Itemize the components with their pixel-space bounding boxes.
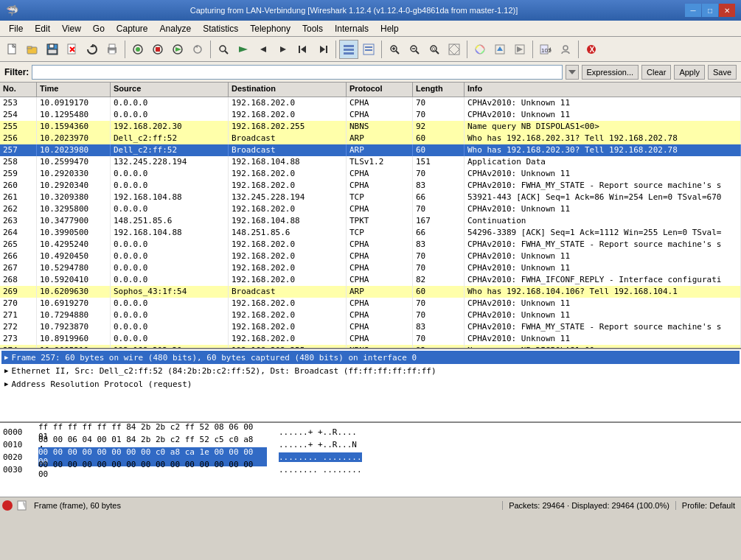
svg-point-21 [220,46,226,52]
close-button[interactable]: ✕ [719,4,735,17]
table-row[interactable]: 26710.52947800.0.0.0192.168.202.0CPHA70C… [0,262,741,274]
svg-rect-30 [344,45,354,47]
zoom-out-button[interactable] [405,40,424,59]
menu-item-internals[interactable]: Internals [329,22,375,35]
table-row[interactable]: 25910.29203300.0.0.0192.168.202.0CPHA70C… [0,168,741,180]
goto-packet-button[interactable] [234,40,253,59]
table-cell: 151 [413,156,465,168]
table-row[interactable]: 25510.1594360192.168.202.30192.168.202.2… [0,121,741,133]
zoom-reset-button[interactable]: 0 [425,40,444,59]
table-row[interactable]: 26810.59204100.0.0.0192.168.202.0CPHA82C… [0,274,741,286]
minimize-button[interactable]: ─ [685,4,701,17]
table-cell: TLSv1.2 [347,156,413,168]
resize-button[interactable] [445,40,464,59]
search-button[interactable] [214,40,233,59]
packet-list-button[interactable] [339,40,358,59]
table-row[interactable]: 26910.6209630Sophos_43:1f:54BroadcastARP… [0,286,741,298]
new-capture-button[interactable] [3,40,22,59]
help-button[interactable]: X [582,40,601,59]
detail-row[interactable]: ▶Ethernet II, Src: Dell_c2:ff:52 (84:2b:… [1,364,740,377]
table-row[interactable]: 25810.2599470132.245.228.194192.168.104.… [0,156,741,168]
table-row[interactable]: 26610.49204500.0.0.0192.168.202.0CPHA70C… [0,251,741,262]
table-cell: 0.0.0.0 [111,274,229,286]
header-time: Time [37,83,111,97]
user-specified-button[interactable] [556,40,575,59]
auto-scroll-button[interactable] [490,40,509,59]
header-info: Info [465,83,741,97]
filter-input[interactable] [32,65,562,80]
status-packets: Packets: 29464 · Displayed: 29464 (100.0… [502,501,675,510]
table-row[interactable]: 26110.3209380192.168.104.88132.245.228.1… [0,192,741,203]
table-row[interactable]: 26510.42952400.0.0.0192.168.202.0CPHA83C… [0,239,741,251]
menu-item-analyze[interactable]: Analyze [154,22,198,35]
decode-button[interactable]: 1010 [536,40,555,59]
colorize-button[interactable] [470,40,490,59]
table-cell: 148.251.85.6 [229,227,347,239]
prev-packet-button[interactable] [254,40,273,59]
table-cell: 271 [0,309,37,321]
table-row[interactable]: 25410.12954800.0.0.0192.168.202.0CPHA70C… [0,109,741,121]
table-row[interactable]: 27010.69192700.0.0.0192.168.202.0CPHA70C… [0,298,741,309]
next-packet-button[interactable] [274,40,293,59]
start-capture-button[interactable] [128,40,147,59]
table-row[interactable]: 25310.09191700.0.0.0192.168.202.0CPHA70C… [0,97,741,109]
table-row[interactable]: 26010.29203400.0.0.0192.168.202.0CPHA83C… [0,180,741,192]
first-packet-button[interactable] [293,40,313,59]
maximize-button[interactable]: □ [702,4,718,17]
hex-address: 0020 [3,452,32,462]
menu-item-tools[interactable]: Tools [296,22,329,35]
menu-item-edit[interactable]: Edit [29,22,56,35]
last-packet-button[interactable] [313,40,333,59]
hex-bytes[interactable]: 00 00 00 00 00 00 00 00 00 00 00 00 00 0… [38,460,267,479]
expand-icon[interactable]: ▶ [4,367,8,374]
menu-item-view[interactable]: View [56,22,87,35]
table-row[interactable]: 27110.72948800.0.0.0192.168.202.0CPHA70C… [0,309,741,321]
table-cell: 10.9005310 [37,345,111,348]
menu-item-help[interactable]: Help [375,22,405,35]
table-cell: 0.0.0.0 [111,97,229,109]
close-file-button[interactable] [63,40,82,59]
table-cell: CPHAv2010: Unknown 11 [465,298,741,309]
menu-item-go[interactable]: Go [87,22,111,35]
table-row[interactable]: 25610.2023970Dell_c2:ff:52BroadcastARP60… [0,133,741,144]
stop-capture-button[interactable] [148,40,167,59]
table-row[interactable]: 27310.89199600.0.0.0192.168.202.0CPHA70C… [0,333,741,345]
packet-details-button[interactable] [359,40,378,59]
reload-button[interactable] [83,40,102,59]
menu-item-file[interactable]: File [3,22,29,35]
filter-dropdown-arrow[interactable] [566,65,579,80]
table-row[interactable]: 26410.3990500192.168.104.88148.251.85.6T… [0,227,741,239]
save-filter-button[interactable]: Save [708,65,737,80]
zoom-in-button[interactable] [385,40,404,59]
status-stop-icon[interactable] [2,500,13,511]
header-no: No. [0,83,37,97]
expand-icon[interactable]: ▶ [4,354,8,361]
restart-capture-button[interactable] [188,40,207,59]
table-cell: 192.168.202.30 [111,121,229,133]
table-row[interactable]: 26310.3477900148.251.85.6192.168.104.88T… [0,215,741,227]
jump-button[interactable] [510,40,529,59]
menu-item-statistics[interactable]: Statistics [197,22,244,35]
table-cell: CPHA [347,97,413,109]
clear-filter-button[interactable]: Clear [641,65,671,80]
svg-marker-24 [260,46,266,52]
open-file-button[interactable] [23,40,42,59]
table-row[interactable]: 27210.79238700.0.0.0192.168.202.0CPHA83C… [0,321,741,333]
table-row[interactable]: 25710.2023980Dell_c2:ff:52BroadcastARP60… [0,144,741,156]
table-cell: 66 [413,192,465,203]
menu-item-telephony[interactable]: Telephony [244,22,296,35]
table-row[interactable]: 27410.9005310192.168.202.30192.168.202.2… [0,345,741,348]
apply-filter-button[interactable]: Apply [674,65,705,80]
table-cell: 10.3477900 [37,215,111,227]
menu-item-capture[interactable]: Capture [111,22,154,35]
expression-button[interactable]: Expression... [582,65,639,80]
detail-row[interactable]: ▶Address Resolution Protocol (request) [1,377,740,391]
detail-row[interactable]: ▶Frame 257: 60 bytes on wire (480 bits),… [1,351,740,364]
table-row[interactable]: 26210.32958000.0.0.0192.168.202.0CPHA70C… [0,203,741,215]
capture-options-button[interactable] [168,40,187,59]
expand-icon[interactable]: ▶ [4,380,8,388]
hex-ascii: ......+ +..R.... [279,427,357,437]
svg-marker-50 [497,46,503,51]
print-button[interactable] [102,40,122,59]
save-file-button[interactable] [43,40,62,59]
